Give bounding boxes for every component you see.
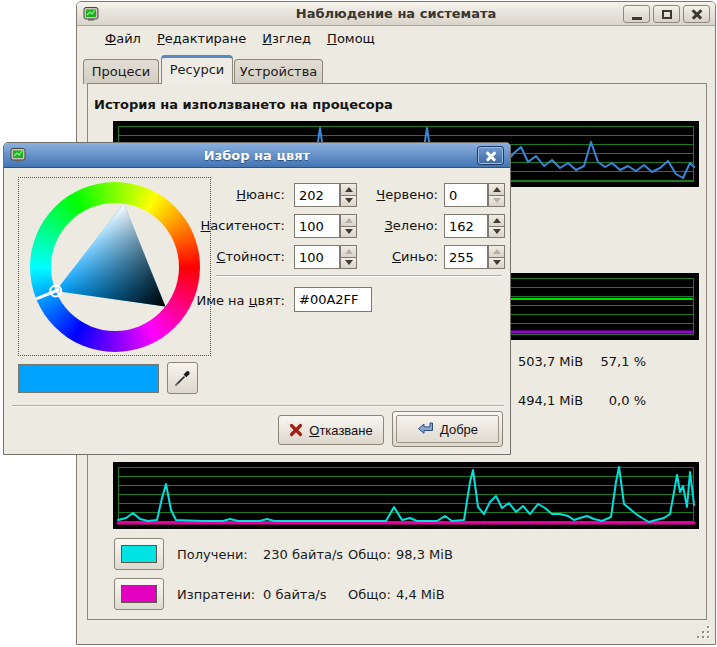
network-history-chart: [113, 462, 699, 529]
cpu-history-title: История на използването на процесора: [94, 97, 393, 112]
sent-total-label: Общо:: [348, 578, 391, 611]
received-label: Получени:: [177, 538, 248, 571]
tab-processes[interactable]: Процеси: [83, 59, 159, 84]
green-spinner: [488, 214, 505, 238]
maximize-button[interactable]: [653, 5, 680, 23]
fields-separator: [216, 275, 502, 277]
sent-label: Изпратени:: [177, 578, 255, 611]
received-rate: 230 байта/s: [263, 538, 343, 571]
blue-down-button[interactable]: [488, 258, 505, 270]
green-label: Зелено:: [344, 214, 438, 238]
menu-file[interactable]: Файл: [105, 31, 141, 46]
maximize-icon: [662, 10, 672, 19]
sent-rate: 0 байта/s: [263, 578, 327, 611]
close-icon: [691, 8, 703, 20]
blue-input[interactable]: [444, 245, 488, 269]
received-total: 98,3 MiB: [396, 538, 453, 571]
sent-total: 4,4 MiB: [396, 578, 445, 611]
red-down-button[interactable]: [488, 196, 505, 208]
main-titlebar[interactable]: Наблюдение на системата: [77, 2, 715, 26]
menubar: Файл Редактиране Изглед Помощ: [77, 26, 715, 51]
cancel-label: Отказване: [309, 423, 373, 438]
ok-button[interactable]: Добре: [392, 411, 503, 447]
green-down-button[interactable]: [488, 227, 505, 239]
window-title: Наблюдение на системата: [77, 6, 715, 21]
saturation-label: Наситеност:: [144, 214, 285, 238]
color-preview: [18, 364, 159, 393]
blue-label: Синьо:: [344, 245, 438, 269]
eyedropper-button[interactable]: [167, 362, 198, 394]
tab-devices[interactable]: Устройства: [234, 59, 323, 84]
color-picker-dialog: Избор на цвят Нюанс:: [3, 142, 511, 455]
saturation-input[interactable]: [294, 214, 340, 238]
dialog-titlebar[interactable]: Избор на цвят: [4, 143, 510, 168]
sent-color-swatch: [121, 585, 157, 603]
red-label: Червено:: [344, 183, 438, 207]
red-up-button[interactable]: [488, 183, 505, 196]
close-button[interactable]: [683, 5, 710, 23]
memory-used-percent: 57,1 %: [572, 354, 646, 369]
sent-color-button[interactable]: [114, 578, 164, 610]
ok-label: Добре: [440, 422, 478, 437]
blue-spinner: [488, 245, 505, 269]
color-name-input[interactable]: [294, 287, 372, 312]
tab-resources[interactable]: Ресурси: [161, 55, 233, 84]
menu-view[interactable]: Изглед: [262, 31, 311, 46]
network-sent-row: Изпратени: 0 байта/s Общо: 4,4 MiB: [77, 578, 715, 611]
eyedropper-icon: [174, 369, 192, 387]
swap-used-percent: 0,0 %: [572, 393, 646, 408]
dialog-title: Избор на цвят: [4, 143, 510, 168]
menu-edit[interactable]: Редактиране: [157, 31, 246, 46]
value-input[interactable]: [294, 245, 340, 269]
received-color-swatch: [121, 545, 157, 563]
cancel-x-icon: [289, 423, 303, 437]
blue-up-button[interactable]: [488, 245, 505, 258]
received-color-button[interactable]: [114, 538, 164, 570]
network-received-row: Получени: 230 байта/s Общо: 98,3 MiB: [77, 538, 715, 571]
menu-help[interactable]: Помощ: [327, 31, 375, 46]
dialog-close-icon: [486, 151, 496, 161]
hue-label: Нюанс:: [144, 183, 285, 207]
enter-arrow-icon: [417, 422, 434, 436]
color-name-label: Име на цвят:: [144, 288, 285, 313]
button-separator: [12, 405, 504, 407]
cancel-button[interactable]: Отказване: [278, 415, 384, 445]
red-input[interactable]: [444, 183, 488, 207]
minimize-button[interactable]: [623, 5, 650, 23]
green-input[interactable]: [444, 214, 488, 238]
minimize-icon: [632, 17, 642, 20]
resize-grip[interactable]: [695, 626, 709, 640]
green-up-button[interactable]: [488, 214, 505, 227]
hue-input[interactable]: [294, 183, 340, 207]
red-spinner: [488, 183, 505, 207]
dialog-close-button[interactable]: [477, 146, 504, 165]
value-label: Стойност:: [144, 245, 285, 269]
received-total-label: Общо:: [348, 538, 391, 571]
